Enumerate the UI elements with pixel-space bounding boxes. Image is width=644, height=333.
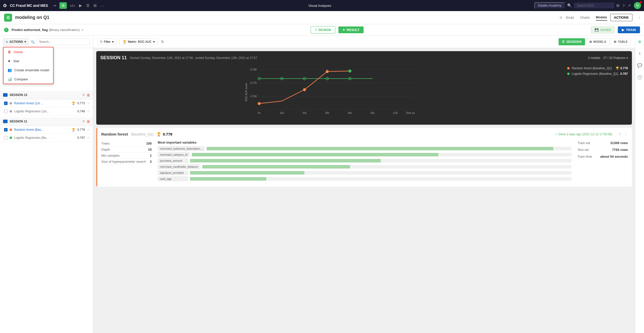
- dataiku-logo[interactable]: ✿: [3, 3, 7, 8]
- nav-link-script[interactable]: Script: [566, 15, 574, 20]
- sidebar-search-input[interactable]: [37, 39, 90, 45]
- model-row: Logistic Regression (1st... 0.748 ☆: [0, 107, 93, 115]
- chart-body: 0.780 0.770 0.760 0s 10s 20s 30s 40s 50s…: [100, 64, 628, 121]
- model-card-date: ✓ Done 2 days ago (2021-12-12 17:56:56): [555, 132, 613, 136]
- train-button[interactable]: ▶ TRAIN: [618, 26, 640, 33]
- nav-code-icon[interactable]: </>: [69, 3, 76, 9]
- rs-comment-icon[interactable]: 💬: [636, 61, 644, 69]
- table-view-button[interactable]: ⊞ TABLE: [610, 38, 631, 45]
- project-name[interactable]: CC Fraud MC and MES: [10, 4, 48, 8]
- nav-link-models[interactable]: Models: [596, 14, 607, 21]
- right-sidebar: ⊕ ℹ 💬 🕐: [635, 36, 644, 333]
- variable-name: merchant_cardholder_distance: [158, 164, 200, 169]
- dropdown-arrow: ▾: [24, 40, 26, 44]
- model-name[interactable]: Random forest (Bas...: [14, 128, 70, 131]
- apps-grid-icon[interactable]: ⊞: [616, 3, 620, 8]
- notifications-icon[interactable]: ↗: [628, 3, 631, 8]
- model-name[interactable]: Logistic Regression (Ba...: [14, 136, 75, 140]
- session-copy-icon[interactable]: ⧉: [82, 93, 85, 97]
- nav-arrow-icon[interactable]: ⇒: [52, 2, 57, 9]
- session-delete-icon[interactable]: 🗑: [87, 120, 90, 123]
- rs-info-icon[interactable]: ℹ: [637, 50, 642, 57]
- compare-menu-item[interactable]: 📊 Compare: [4, 75, 53, 84]
- svg-text:0.780: 0.780: [250, 68, 257, 71]
- rs-clock-icon[interactable]: 🕐: [636, 73, 644, 81]
- model-checkbox[interactable]: ✓: [4, 102, 8, 105]
- svg-text:40s: 40s: [348, 112, 352, 114]
- sessions-view-button[interactable]: ☰ SESSIONS: [559, 38, 585, 45]
- svg-text:10s: 10s: [280, 112, 284, 114]
- nav-flow-icon[interactable]: ⚙: [59, 2, 67, 9]
- stat-value: 31308 rows: [610, 141, 628, 145]
- model-name[interactable]: Logistic Regression (1st...: [14, 110, 75, 113]
- star-action-icon[interactable]: ☆: [618, 132, 622, 137]
- rs-plus-icon[interactable]: ⊕: [636, 38, 643, 46]
- table-icon: ⊞: [614, 40, 616, 44]
- nav-more-icon[interactable]: ···: [100, 3, 105, 9]
- model-name[interactable]: Random forest (1st ...: [14, 102, 70, 105]
- saved-button[interactable]: 💾 SAVED: [591, 26, 615, 34]
- star-button[interactable]: ☆: [87, 101, 90, 105]
- search-input[interactable]: [574, 3, 614, 9]
- avatar[interactable]: U: [634, 2, 641, 9]
- model-checkbox[interactable]: [4, 136, 8, 140]
- ensemble-label: Create ensemble model: [14, 68, 49, 72]
- model-checkbox[interactable]: [4, 110, 8, 113]
- star-button[interactable]: ☆: [87, 136, 90, 140]
- metric-label: Metric: ROC AUC: [128, 40, 152, 44]
- models-view-button[interactable]: ⊞ MODELS: [586, 38, 609, 45]
- variables-title: Most important variables: [158, 141, 571, 144]
- star-button[interactable]: ☆: [87, 128, 90, 131]
- session-copy-icon[interactable]: ⧉: [82, 119, 85, 123]
- result-button[interactable]: ✦ RESULT: [338, 26, 364, 33]
- nav-jobs-icon[interactable]: ☰: [85, 2, 90, 9]
- filter-button[interactable]: ▽ Filter ▾: [97, 39, 116, 45]
- trophy-icon: 🏆: [72, 128, 75, 131]
- help-icon[interactable]: ?: [623, 4, 625, 8]
- model-card-baseline: (Baseline_Q1): [131, 132, 154, 136]
- variable-bar: [190, 159, 381, 162]
- ensemble-icon: 👥: [8, 68, 12, 72]
- ensemble-menu-item[interactable]: 👥 Create ensemble model: [4, 65, 53, 75]
- chart-features-count[interactable]: 27 / 32 Features ▾: [603, 56, 628, 60]
- nav-table-icon[interactable]: ⊞: [92, 2, 98, 9]
- nav-run-icon[interactable]: ▶: [78, 2, 83, 9]
- back-button[interactable]: ‹: [638, 15, 640, 20]
- top-navigation: ✿ CC Fraud MC and MES ⇒ ⚙ </> ▶ ☰ ⊞ ··· …: [0, 0, 644, 11]
- dataiku-academy-button[interactable]: Dataiku Academy: [534, 2, 565, 9]
- svg-text:ROC AUC score: ROC AUC score: [245, 83, 248, 101]
- svg-text:0.770: 0.770: [250, 82, 257, 84]
- model-stats: Train set 31308 rows Test set 7793 rows …: [577, 141, 628, 183]
- view-buttons: ☰ SESSIONS ⊞ MODELS ⊞ TABLE: [559, 38, 631, 45]
- design-button[interactable]: ≡ DESIGN: [311, 26, 335, 34]
- variable-bar-background: [190, 171, 571, 175]
- refresh-button[interactable]: ↻: [161, 40, 164, 44]
- variable-name: merchant_subsector_description...: [158, 146, 205, 151]
- metric-button[interactable]: 🏆 Metric: ROC AUC ▾: [119, 39, 158, 45]
- variable-row: purchase_amount: [158, 158, 571, 163]
- model-checkbox[interactable]: ✓: [4, 128, 8, 131]
- legend-dot-green: [567, 73, 570, 75]
- star-label: Star: [13, 59, 19, 63]
- sessions-icon: ☰: [562, 40, 565, 44]
- param-label: Trees: [101, 142, 110, 145]
- legend-label-lr: Logistic Regression (Baseline_Q1): [572, 72, 618, 76]
- star-button[interactable]: ☆: [87, 109, 90, 113]
- svg-point-22: [303, 88, 306, 91]
- variable-bar: [207, 147, 553, 150]
- actions-button[interactable]: ACTIONS: [610, 14, 633, 21]
- chart-header: SESSION 11 Started Sunday, December 12th…: [100, 55, 628, 60]
- trophy-icon: 🏆: [123, 40, 126, 44]
- delete-menu-item[interactable]: 🗑 Delete: [4, 47, 53, 56]
- session-11-label: SESSION 11: [10, 120, 80, 123]
- filter-label: Filter: [104, 40, 111, 44]
- nav-link-charts[interactable]: Charts: [580, 15, 590, 20]
- second-navigation: ✿ modeling on Q1 ⚙ Script Charts Models …: [0, 11, 644, 24]
- star-menu-item[interactable]: ★ Star: [4, 56, 53, 65]
- session-delete-icon[interactable]: 🗑: [87, 93, 90, 97]
- compare-icon: 📊: [8, 77, 12, 81]
- chart-legend: Random forest (Baseline_Q1) 🏆 0.779 Logi…: [567, 64, 628, 121]
- more-action-icon[interactable]: ⋮: [624, 132, 628, 137]
- edit-title-icon[interactable]: ⚙: [559, 16, 563, 20]
- actions-dropdown[interactable]: ≡ ACTIONS ▾: [3, 38, 29, 45]
